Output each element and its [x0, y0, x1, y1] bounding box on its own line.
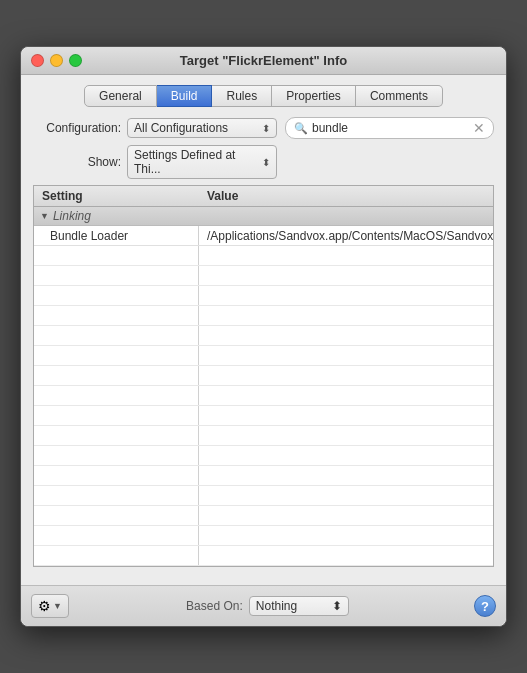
based-on-label: Based On:	[186, 599, 243, 613]
group-arrow-icon: ▼	[40, 211, 49, 221]
empty-row	[34, 446, 493, 466]
main-window: Target "FlickrElement" Info General Buil…	[20, 46, 507, 627]
configuration-arrow: ⬍	[262, 123, 270, 134]
search-clear-icon[interactable]: ✕	[473, 120, 485, 136]
gear-dropdown-arrow-icon: ▼	[53, 601, 62, 611]
configuration-value: All Configurations	[134, 121, 228, 135]
empty-row	[34, 326, 493, 346]
empty-row	[34, 466, 493, 486]
traffic-lights	[31, 54, 82, 67]
empty-row	[34, 366, 493, 386]
search-icon: 🔍	[294, 122, 308, 135]
based-on-select[interactable]: Nothing ⬍	[249, 596, 349, 616]
based-on-section: Based On: Nothing ⬍	[69, 596, 466, 616]
tab-properties[interactable]: Properties	[272, 85, 356, 107]
group-linking: ▼ Linking	[34, 207, 493, 226]
empty-row	[34, 486, 493, 506]
tab-bar: General Build Rules Properties Comments	[33, 85, 494, 107]
configuration-label: Configuration:	[33, 121, 121, 135]
cell-value-bundle-loader: /Applications/Sandvox.app/Contents/MacOS…	[199, 226, 493, 245]
empty-row	[34, 266, 493, 286]
table-row: Bundle Loader /Applications/Sandvox.app/…	[34, 226, 493, 246]
content-area: General Build Rules Properties Comments …	[21, 75, 506, 585]
empty-row	[34, 406, 493, 426]
empty-row	[34, 426, 493, 446]
maximize-button[interactable]	[69, 54, 82, 67]
minimize-button[interactable]	[50, 54, 63, 67]
settings-table: Setting Value ▼ Linking Bundle Loader /A…	[33, 185, 494, 567]
empty-row	[34, 286, 493, 306]
help-button[interactable]: ?	[474, 595, 496, 617]
search-input[interactable]	[312, 121, 469, 135]
show-label: Show:	[33, 155, 121, 169]
empty-row	[34, 526, 493, 546]
show-select[interactable]: Settings Defined at Thi... ⬍	[127, 145, 277, 179]
configuration-select[interactable]: All Configurations ⬍	[127, 118, 277, 138]
empty-row	[34, 246, 493, 266]
show-arrow: ⬍	[262, 157, 270, 168]
tab-general[interactable]: General	[84, 85, 157, 107]
show-value: Settings Defined at Thi...	[134, 148, 258, 176]
column-setting: Setting	[34, 189, 199, 203]
empty-row	[34, 546, 493, 566]
empty-row	[34, 386, 493, 406]
titlebar: Target "FlickrElement" Info	[21, 47, 506, 75]
gear-button[interactable]: ⚙ ▼	[31, 594, 69, 618]
column-value: Value	[199, 189, 493, 203]
tab-build[interactable]: Build	[157, 85, 213, 107]
based-on-arrow-icon: ⬍	[332, 599, 342, 613]
gear-icon: ⚙	[38, 598, 51, 614]
empty-row	[34, 346, 493, 366]
close-button[interactable]	[31, 54, 44, 67]
group-label: Linking	[53, 209, 91, 223]
tab-rules[interactable]: Rules	[212, 85, 272, 107]
help-icon: ?	[481, 599, 489, 614]
table-header: Setting Value	[34, 186, 493, 207]
search-box: 🔍 ✕	[285, 117, 494, 139]
empty-row	[34, 506, 493, 526]
show-row: Show: Settings Defined at Thi... ⬍	[33, 145, 494, 179]
tab-comments[interactable]: Comments	[356, 85, 443, 107]
based-on-value: Nothing	[256, 599, 297, 613]
empty-row	[34, 306, 493, 326]
cell-setting-bundle-loader: Bundle Loader	[34, 226, 199, 245]
bottom-bar: ⚙ ▼ Based On: Nothing ⬍ ?	[21, 585, 506, 626]
window-title: Target "FlickrElement" Info	[180, 53, 347, 68]
configuration-row: Configuration: All Configurations ⬍ 🔍 ✕	[33, 117, 494, 139]
